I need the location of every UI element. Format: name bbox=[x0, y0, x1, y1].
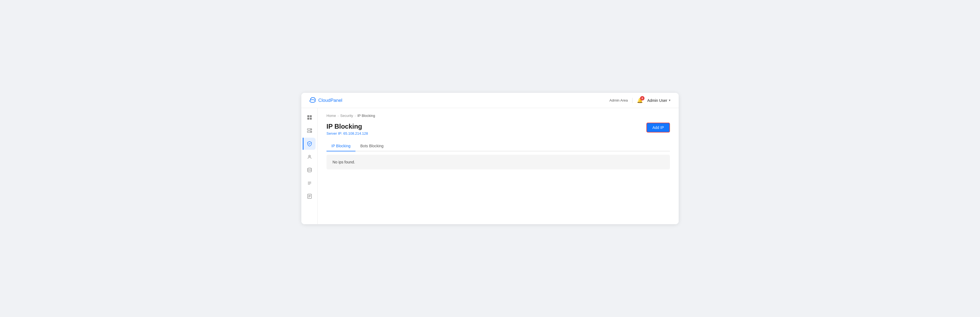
sidebar-item-tasks[interactable] bbox=[304, 177, 315, 189]
breadcrumb-current: IP Blocking bbox=[357, 114, 375, 118]
admin-user-label: Admin User bbox=[647, 98, 667, 102]
sidebar-item-users[interactable] bbox=[304, 151, 315, 163]
page-header: IP Blocking Server IP: 65.108.214.128 Ad… bbox=[326, 123, 670, 136]
page-title-wrap: IP Blocking Server IP: 65.108.214.128 bbox=[326, 123, 368, 136]
server-ip: Server IP: 65.108.214.128 bbox=[326, 131, 368, 136]
main-content: Home › Security › IP Blocking IP Blockin… bbox=[318, 108, 679, 224]
breadcrumb-sep-1: › bbox=[338, 114, 339, 117]
notification-badge: 0 bbox=[640, 96, 644, 101]
svg-rect-2 bbox=[310, 115, 312, 117]
sidebar-item-security[interactable] bbox=[303, 138, 315, 150]
page-title: IP Blocking bbox=[326, 123, 368, 130]
content-area: No ips found. bbox=[326, 155, 670, 170]
breadcrumb-security[interactable]: Security bbox=[340, 114, 353, 118]
logo-icon bbox=[309, 96, 316, 104]
header-right: Admin Area 🔔 0 Admin User ▼ bbox=[609, 98, 671, 104]
logo: CloudPanel bbox=[309, 96, 342, 104]
header: CloudPanel Admin Area 🔔 0 Admin User ▼ bbox=[301, 93, 679, 108]
svg-point-7 bbox=[310, 129, 311, 130]
svg-rect-1 bbox=[307, 115, 309, 117]
svg-point-10 bbox=[308, 168, 312, 170]
sidebar-item-servers[interactable] bbox=[304, 125, 315, 137]
admin-area-label: Admin Area bbox=[609, 98, 628, 102]
body: Home › Security › IP Blocking IP Blockin… bbox=[301, 108, 679, 224]
add-ip-button[interactable]: Add IP bbox=[646, 123, 670, 133]
logo-text: CloudPanel bbox=[318, 98, 342, 103]
svg-point-8 bbox=[310, 132, 311, 132]
chevron-down-icon: ▼ bbox=[668, 99, 671, 102]
app-container: CloudPanel Admin Area 🔔 0 Admin User ▼ bbox=[301, 93, 679, 224]
notification-bell[interactable]: 🔔 0 bbox=[637, 98, 643, 104]
svg-rect-4 bbox=[310, 118, 312, 120]
sidebar-item-database[interactable] bbox=[304, 164, 315, 176]
sidebar-item-logs[interactable] bbox=[304, 190, 315, 202]
sidebar bbox=[301, 108, 318, 224]
breadcrumb-home[interactable]: Home bbox=[326, 114, 336, 118]
svg-rect-3 bbox=[307, 118, 309, 120]
svg-point-9 bbox=[309, 155, 310, 157]
tabs: IP Blocking Bots Blocking bbox=[326, 141, 670, 151]
tab-bots-blocking[interactable]: Bots Blocking bbox=[355, 141, 388, 151]
tab-ip-blocking[interactable]: IP Blocking bbox=[326, 141, 355, 151]
sidebar-item-dashboard[interactable] bbox=[304, 111, 315, 123]
breadcrumb: Home › Security › IP Blocking bbox=[326, 114, 670, 118]
breadcrumb-sep-2: › bbox=[355, 114, 356, 117]
no-results-message: No ips found. bbox=[332, 160, 355, 164]
admin-user-menu[interactable]: Admin User ▼ bbox=[647, 98, 671, 102]
